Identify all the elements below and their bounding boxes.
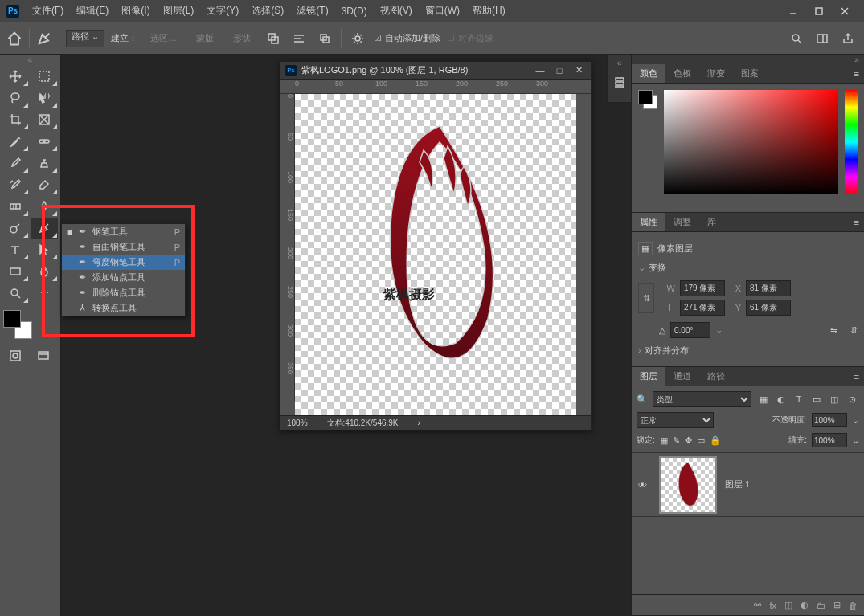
menu-image[interactable]: 图像(I) xyxy=(115,4,156,18)
tab-properties[interactable]: 属性 xyxy=(632,213,665,231)
move-tool[interactable] xyxy=(2,66,29,87)
marquee-tool[interactable] xyxy=(31,66,58,87)
tab-swatches[interactable]: 色板 xyxy=(665,64,699,83)
tab-libraries[interactable]: 库 xyxy=(699,213,724,231)
search-icon[interactable] xyxy=(787,29,806,48)
menu-3d[interactable]: 3D(D) xyxy=(335,6,374,17)
gradient-tool[interactable] xyxy=(2,196,29,217)
panel-menu-icon[interactable]: ≡ xyxy=(850,69,864,79)
layer-filter-select[interactable]: 类型 xyxy=(653,391,751,407)
link-wh-icon[interactable]: ⇅ xyxy=(638,283,654,313)
history-panel-icon[interactable] xyxy=(606,72,633,93)
menu-window[interactable]: 窗口(W) xyxy=(419,4,466,18)
lock-all-icon[interactable]: 🔒 xyxy=(710,435,721,446)
quick-mask-toggle[interactable] xyxy=(2,345,29,366)
menu-type[interactable]: 文字(Y) xyxy=(200,4,245,18)
layer-group-icon[interactable]: 🗀 xyxy=(817,601,825,610)
frame-tool[interactable] xyxy=(31,109,58,130)
angle-input[interactable] xyxy=(670,322,710,338)
foreground-background-colors[interactable] xyxy=(3,310,32,339)
layer-name[interactable]: 图层 1 xyxy=(725,479,750,491)
adjustment-layer-icon[interactable]: ◐ xyxy=(801,600,809,610)
document-canvas[interactable]: 紫枫摄影 xyxy=(295,94,576,415)
opacity-dropdown-icon[interactable]: ⌄ xyxy=(852,415,859,426)
hand-tool[interactable] xyxy=(31,261,58,282)
color-swatch[interactable] xyxy=(638,90,657,109)
menu-help[interactable]: 帮助(H) xyxy=(466,4,512,18)
menu-file[interactable]: 文件(F) xyxy=(26,4,70,18)
angle-dropdown-icon[interactable]: ⌄ xyxy=(715,325,723,336)
dodge-tool[interactable] xyxy=(2,218,29,239)
panel-collapse-icon[interactable]: » xyxy=(632,55,864,64)
history-brush-tool[interactable] xyxy=(2,174,29,195)
height-input[interactable] xyxy=(680,300,725,316)
path-selection-tool[interactable] xyxy=(31,239,58,260)
opacity-input[interactable] xyxy=(812,413,847,427)
doc-close-button[interactable]: ✕ xyxy=(571,64,586,77)
color-field[interactable] xyxy=(664,90,838,194)
path-arrangement-icon[interactable] xyxy=(315,29,334,48)
flyout-delete-anchor-tool[interactable]: ✒ 删除锚点工具 xyxy=(62,285,185,300)
document-titlebar[interactable]: Ps 紫枫LOGO1.png @ 100% (图层 1, RGB/8) — □ … xyxy=(280,62,591,80)
menu-edit[interactable]: 编辑(E) xyxy=(70,4,115,18)
tab-paths[interactable]: 路径 xyxy=(699,367,733,386)
home-icon[interactable] xyxy=(6,31,23,47)
flip-vertical-icon[interactable]: ⇵ xyxy=(850,325,858,336)
flyout-freeform-pen-tool[interactable]: ✒ 自由钢笔工具 P xyxy=(62,239,185,255)
link-layers-icon[interactable]: ⚯ xyxy=(754,600,761,610)
lasso-tool[interactable] xyxy=(2,88,29,108)
window-maximize-button[interactable] xyxy=(809,5,829,18)
layer-visibility-icon[interactable]: 👁 xyxy=(638,480,651,490)
width-input[interactable] xyxy=(680,280,725,296)
panel-menu-icon[interactable]: ≡ xyxy=(850,218,864,227)
eyedropper-tool[interactable] xyxy=(2,131,29,152)
foreground-color[interactable] xyxy=(3,310,21,328)
tab-patterns[interactable]: 图案 xyxy=(733,64,767,83)
path-alignment-icon[interactable] xyxy=(289,29,309,48)
make-shape-button[interactable]: 形状 xyxy=(227,31,257,46)
eraser-tool[interactable] xyxy=(31,174,58,195)
tab-layers[interactable]: 图层 xyxy=(632,367,665,386)
healing-brush-tool[interactable] xyxy=(31,131,58,152)
auto-add-delete-checkbox[interactable]: ☑自动添加/删除 xyxy=(374,32,440,44)
tab-channels[interactable]: 通道 xyxy=(665,367,699,386)
lock-transparency-icon[interactable]: ▦ xyxy=(660,435,668,446)
layer-mask-icon[interactable]: ◫ xyxy=(784,600,792,610)
layer-style-icon[interactable]: fx xyxy=(769,601,776,610)
doc-minimize-button[interactable]: — xyxy=(533,64,547,77)
flip-horizontal-icon[interactable]: ⇋ xyxy=(830,325,837,336)
doc-maximize-button[interactable]: □ xyxy=(552,64,567,77)
ruler-horizontal[interactable]: 050100150200250300 xyxy=(280,80,591,94)
type-tool[interactable] xyxy=(2,239,29,260)
new-layer-icon[interactable]: ⊞ xyxy=(833,600,841,610)
ruler-vertical[interactable]: 050100150200250300350 xyxy=(280,94,295,401)
share-icon[interactable] xyxy=(838,29,858,48)
tab-color[interactable]: 颜色 xyxy=(632,64,665,83)
menu-view[interactable]: 视图(V) xyxy=(374,4,419,18)
layer-thumbnail[interactable] xyxy=(659,456,717,514)
y-input[interactable] xyxy=(746,300,791,316)
window-close-button[interactable] xyxy=(835,5,854,18)
panel-menu-icon[interactable]: ≡ xyxy=(850,372,864,381)
brush-tool[interactable] xyxy=(2,153,29,173)
panel-expand-icon[interactable]: « xyxy=(613,58,626,67)
filter-search-icon[interactable]: 🔍 xyxy=(637,394,648,405)
fill-dropdown-icon[interactable]: ⌄ xyxy=(852,435,859,446)
make-mask-button[interactable]: 蒙版 xyxy=(190,31,220,46)
rectangle-tool[interactable] xyxy=(2,261,29,282)
window-minimize-button[interactable] xyxy=(784,5,803,18)
layer-row[interactable]: 👁 图层 1 xyxy=(632,453,864,517)
tab-adjustments[interactable]: 调整 xyxy=(665,213,699,231)
flyout-add-anchor-tool[interactable]: ✒ 添加锚点工具 xyxy=(62,270,185,285)
fill-input[interactable] xyxy=(812,433,847,447)
path-operations-icon[interactable] xyxy=(264,29,283,48)
menu-filter[interactable]: 滤镜(T) xyxy=(290,4,334,18)
document-info[interactable]: 文档:410.2K/546.9K xyxy=(327,418,399,429)
make-selection-button[interactable]: 选区… xyxy=(144,31,183,46)
menu-layer[interactable]: 图层(L) xyxy=(157,4,201,18)
zoom-tool[interactable] xyxy=(2,283,29,304)
align-edges-checkbox[interactable]: ☐对齐边缘 xyxy=(447,32,493,44)
blur-tool[interactable] xyxy=(31,196,58,217)
tool-mode-select[interactable]: 路径 ⌄ xyxy=(66,30,104,47)
menu-select[interactable]: 选择(S) xyxy=(245,4,290,18)
